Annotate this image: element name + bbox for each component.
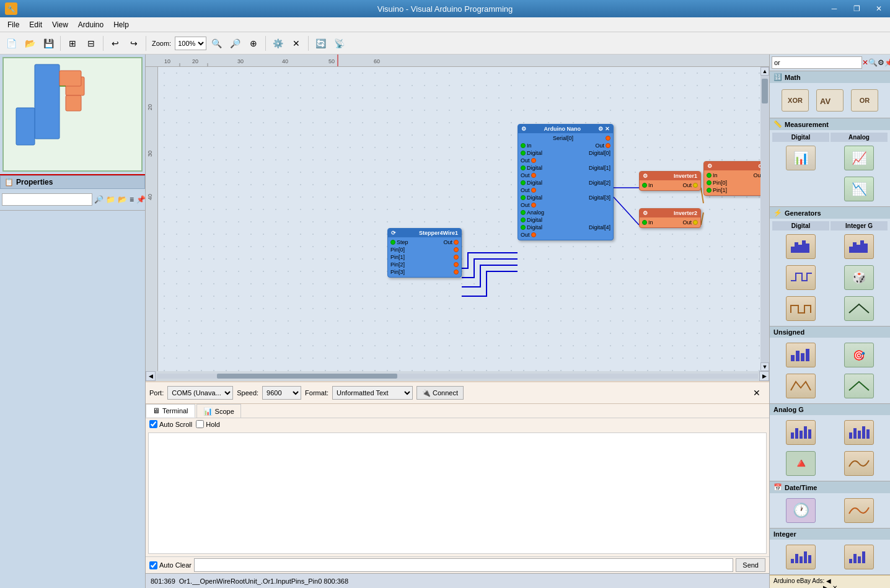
props-filter-btn[interactable]: 🔎: [94, 191, 104, 208]
terminal-tab[interactable]: 🖥 Terminal: [146, 404, 195, 418]
unsigned-category-header[interactable]: Unsigned: [770, 327, 890, 338]
zoom-select[interactable]: 100% 75% 150% 200%: [175, 37, 206, 50]
stepper-node[interactable]: ⟳ Stepper4Wire1 Step Out Pin[0]: [387, 228, 462, 278]
stepper-pin0[interactable]: [454, 247, 459, 252]
grid-toggle2[interactable]: ⊟: [82, 35, 100, 52]
hold-label[interactable]: Hold: [196, 420, 220, 428]
connect-button[interactable]: 🔌 Connect: [416, 386, 464, 400]
xor-component[interactable]: XOR: [779, 87, 811, 114]
minimize-button[interactable]: ─: [823, 0, 845, 17]
unsigned-comp2[interactable]: 🎯: [831, 340, 888, 370]
analog-g-comp2[interactable]: [831, 418, 888, 447]
auto-scroll-checkbox[interactable]: [149, 420, 157, 428]
hscroll-left-button[interactable]: ◀: [146, 371, 156, 381]
canvas-wrapper[interactable]: ⚙ Arduino Nano ⚙ ✕ Serial[0]: [158, 67, 760, 371]
serial-close-button[interactable]: ✕: [748, 384, 765, 402]
zoom-in-button[interactable]: 🔍: [208, 35, 225, 52]
scope-tab[interactable]: 📊 Scope: [196, 404, 241, 418]
new-button[interactable]: 📄: [2, 35, 20, 52]
arduino-d3-pin[interactable]: [521, 195, 526, 200]
close-button[interactable]: ✕: [868, 0, 890, 17]
int-comp2[interactable]: [831, 542, 888, 572]
av-component[interactable]: AV: [814, 87, 846, 114]
hscroll-thumb[interactable]: [217, 374, 397, 379]
dig-gen3-component[interactable]: [772, 294, 829, 323]
open-button[interactable]: 📂: [21, 35, 38, 52]
stop-button[interactable]: ✕: [288, 35, 305, 52]
props-collapse-btn[interactable]: 📂: [117, 191, 128, 208]
analog-g-category-header[interactable]: Analog G: [770, 404, 890, 415]
arduino-dig-pin[interactable]: [521, 217, 526, 222]
arduino-out-pin[interactable]: [606, 143, 610, 148]
send-input[interactable]: [194, 558, 733, 572]
or1-in-pin[interactable]: [707, 173, 712, 178]
auto-clear-label[interactable]: Auto Clear: [149, 561, 192, 569]
hold-checkbox[interactable]: [196, 420, 204, 428]
digital-meas-component[interactable]: 📊: [772, 143, 829, 173]
auto-scroll-label[interactable]: Auto Scroll: [149, 420, 192, 428]
int-gen3-component[interactable]: [831, 294, 888, 323]
datetime-category-header[interactable]: 📅 Date/Time: [770, 481, 890, 493]
ebay-ads-nav-right[interactable]: ▶: [823, 584, 828, 588]
int-gen1-component[interactable]: [831, 232, 888, 261]
analog-meas2-component[interactable]: 📉: [831, 174, 888, 204]
arduino-d1-out[interactable]: [531, 173, 536, 178]
auto-clear-checkbox[interactable]: [149, 561, 157, 569]
arduino-nano-controls[interactable]: ⚙ ✕: [598, 126, 610, 132]
props-expand-btn[interactable]: 📁: [105, 191, 116, 208]
arduino-d0-pin[interactable]: [521, 151, 526, 156]
arduino-d2-out[interactable]: [531, 188, 536, 193]
hscroll-right-button[interactable]: ▶: [759, 371, 769, 381]
ebay-ads-nav-left[interactable]: ◀: [826, 577, 831, 584]
stepper-step-pin[interactable]: [390, 240, 395, 245]
generators-category-header[interactable]: ⚡ Generators: [770, 207, 890, 219]
menu-file[interactable]: File: [2, 19, 24, 30]
undo-button[interactable]: ↩: [107, 35, 124, 52]
or1-pin0[interactable]: [707, 180, 712, 185]
inverter2-in-pin[interactable]: [642, 220, 647, 225]
terminal-area[interactable]: [148, 432, 767, 554]
vscroll-track[interactable]: [760, 76, 769, 362]
upload-button[interactable]: 🔄: [312, 35, 329, 52]
inverter2-out-pin[interactable]: [693, 220, 698, 225]
arduino-d3-out[interactable]: [531, 203, 536, 208]
unsigned-comp4[interactable]: [831, 371, 888, 401]
search-settings-button[interactable]: ⚙: [878, 56, 884, 69]
vscroll-up-button[interactable]: ▲: [760, 67, 769, 76]
hscroll-track[interactable]: [157, 374, 758, 379]
inverter1-out-pin[interactable]: [693, 183, 698, 188]
zoom-out-button[interactable]: 🔎: [226, 35, 244, 52]
menu-view[interactable]: View: [47, 19, 73, 30]
measurement-category-header[interactable]: 📏 Measurement: [770, 118, 890, 130]
zoom-fit-button[interactable]: ⊕: [245, 35, 262, 52]
analog-g-comp1[interactable]: [772, 418, 829, 447]
format-select[interactable]: Unformatted Text: [332, 386, 413, 400]
grid-toggle[interactable]: ⊞: [64, 35, 81, 52]
unsigned-comp3[interactable]: [772, 371, 829, 401]
component-search-input[interactable]: [772, 56, 862, 69]
analog-meas-component[interactable]: 📈: [831, 143, 888, 173]
analog-g-comp3[interactable]: 🔺: [772, 449, 829, 478]
dig-gen1-component[interactable]: [772, 232, 829, 261]
restore-button[interactable]: ❐: [845, 0, 868, 17]
integer-category-header[interactable]: Integer: [770, 529, 890, 540]
unsigned-comp1[interactable]: [772, 340, 829, 370]
inverter1-node[interactable]: ⚙ Inverter1 In Out: [639, 171, 701, 191]
arduino-nano-node[interactable]: ⚙ Arduino Nano ⚙ ✕ Serial[0]: [518, 124, 614, 240]
serial-button[interactable]: 📡: [330, 35, 348, 52]
ebay-close-btn[interactable]: ✕: [832, 584, 837, 588]
or1-node[interactable]: ⚙ Or1 In Out Pin[0] P: [703, 161, 760, 196]
inverter1-in-pin[interactable]: [642, 183, 647, 188]
vertical-scrollbar[interactable]: ▲ ▼: [760, 67, 769, 371]
analog-g-comp4[interactable]: [831, 449, 888, 478]
or-component[interactable]: OR: [848, 87, 881, 114]
arduino-in-pin[interactable]: [521, 143, 526, 148]
send-button[interactable]: Send: [736, 558, 765, 572]
stepper-out-pin[interactable]: [454, 240, 459, 245]
int-comp1[interactable]: [772, 542, 829, 572]
props-pin-btn[interactable]: 📌: [136, 191, 146, 208]
search-execute-button[interactable]: 🔍: [868, 56, 878, 69]
or1-pin1[interactable]: [707, 188, 712, 193]
arduino-d4-pin[interactable]: [521, 225, 526, 230]
search-clear-button[interactable]: ✕: [862, 56, 868, 69]
